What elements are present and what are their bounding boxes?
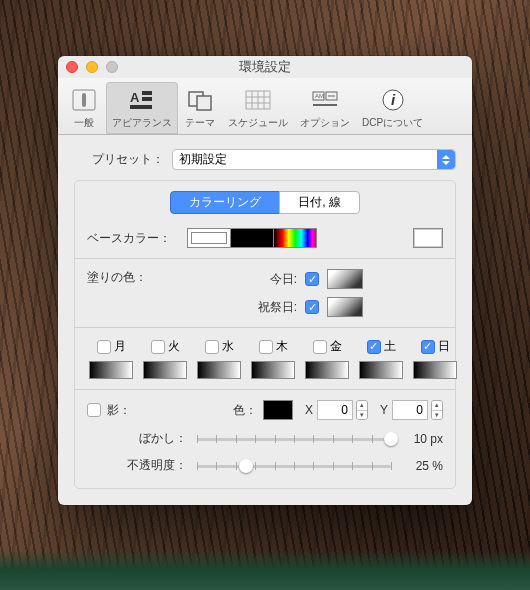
options-icon: AM: [309, 86, 341, 114]
preferences-window: 環境設定 一般 A アピアランス テーマ スケジュール: [58, 56, 472, 505]
toolbar-item-appearance[interactable]: A アピアランス: [106, 82, 178, 134]
thu-color-well[interactable]: [251, 361, 295, 379]
divider: [75, 389, 455, 390]
shadow-x-label: X: [305, 403, 313, 417]
svg-text:AM: AM: [315, 93, 324, 99]
divider: [75, 258, 455, 259]
base-color-black[interactable]: [230, 228, 274, 248]
shadow-label: 影：: [107, 402, 167, 419]
base-color-rainbow[interactable]: [273, 228, 317, 248]
sub-tabs: カラーリング 日付, 線: [87, 191, 443, 214]
today-checkbox[interactable]: [305, 272, 319, 286]
holiday-label: 祝祭日:: [247, 299, 297, 316]
opacity-label: 不透明度：: [87, 457, 187, 474]
sun-label: 日: [438, 338, 450, 355]
toolbar-label: テーマ: [185, 117, 215, 128]
thu-checkbox[interactable]: [259, 340, 273, 354]
opacity-thumb[interactable]: [239, 459, 253, 473]
svg-rect-5: [130, 105, 152, 109]
toolbar-item-options[interactable]: AM オプション: [294, 82, 356, 134]
weekday-row: 月 火 水 木 金 土 日: [87, 338, 443, 379]
toolbar-label: スケジュール: [228, 117, 288, 128]
minimize-button[interactable]: [86, 61, 98, 73]
preset-label: プリセット：: [74, 151, 164, 168]
svg-text:A: A: [130, 90, 140, 105]
toolbar-item-general[interactable]: 一般: [62, 82, 106, 134]
schedule-icon: [242, 86, 274, 114]
preset-select[interactable]: 初期設定: [172, 149, 456, 170]
sun-checkbox[interactable]: [421, 340, 435, 354]
wed-checkbox[interactable]: [205, 340, 219, 354]
base-color-well[interactable]: [413, 228, 443, 248]
select-arrows-icon: [437, 150, 455, 169]
svg-rect-1: [82, 93, 86, 107]
base-color-white[interactable]: [187, 228, 231, 248]
toolbar-label: アピアランス: [112, 117, 172, 128]
fri-color-well[interactable]: [305, 361, 349, 379]
blur-label: ぼかし：: [87, 430, 187, 447]
shadow-checkbox[interactable]: [87, 403, 101, 417]
info-icon: i: [377, 86, 409, 114]
toolbar-label: 一般: [74, 117, 94, 128]
mon-label: 月: [114, 338, 126, 355]
opacity-value: 25 %: [399, 459, 443, 473]
sat-label: 土: [384, 338, 396, 355]
fri-label: 金: [330, 338, 342, 355]
traffic-lights: [66, 61, 118, 73]
tue-color-well[interactable]: [143, 361, 187, 379]
sun-color-well[interactable]: [413, 361, 457, 379]
svg-rect-3: [142, 91, 152, 95]
wed-color-well[interactable]: [197, 361, 241, 379]
toolbar-item-theme[interactable]: テーマ: [178, 82, 222, 134]
toolbar-item-about[interactable]: i DCPについて: [356, 82, 429, 134]
toolbar-item-schedule[interactable]: スケジュール: [222, 82, 294, 134]
window-title: 環境設定: [58, 58, 472, 76]
svg-rect-4: [142, 97, 152, 101]
holiday-checkbox[interactable]: [305, 300, 319, 314]
shadow-y-field[interactable]: 0: [392, 400, 428, 420]
close-button[interactable]: [66, 61, 78, 73]
sat-color-well[interactable]: [359, 361, 403, 379]
tue-label: 火: [168, 338, 180, 355]
shadow-color-label: 色：: [233, 402, 257, 419]
general-icon: [68, 86, 100, 114]
toolbar-label: DCPについて: [362, 117, 423, 128]
mon-checkbox[interactable]: [97, 340, 111, 354]
zoom-button[interactable]: [106, 61, 118, 73]
preset-value: 初期設定: [179, 151, 227, 168]
blur-slider[interactable]: [197, 431, 391, 447]
toolbar-label: オプション: [300, 117, 350, 128]
shadow-y-label: Y: [380, 403, 388, 417]
base-color-label: ベースカラー：: [87, 230, 187, 247]
shadow-y-stepper[interactable]: ▴▾: [431, 400, 443, 420]
fill-label: 塗りの色：: [87, 269, 167, 317]
appearance-icon: A: [126, 86, 158, 114]
pane-body: プリセット： 初期設定 カラーリング 日付, 線 ベースカラー： 塗り: [58, 135, 472, 505]
holiday-color-well[interactable]: [327, 297, 363, 317]
shadow-x-field[interactable]: 0: [317, 400, 353, 420]
mon-color-well[interactable]: [89, 361, 133, 379]
shadow-color-well[interactable]: [263, 400, 293, 420]
titlebar: 環境設定: [58, 56, 472, 78]
sat-checkbox[interactable]: [367, 340, 381, 354]
thu-label: 木: [276, 338, 288, 355]
opacity-slider[interactable]: [197, 458, 391, 474]
fri-checkbox[interactable]: [313, 340, 327, 354]
blur-thumb[interactable]: [384, 432, 398, 446]
coloring-panel: カラーリング 日付, 線 ベースカラー： 塗りの色： 今日:: [74, 180, 456, 489]
blur-value: 10 px: [399, 432, 443, 446]
theme-icon: [184, 86, 216, 114]
today-color-well[interactable]: [327, 269, 363, 289]
svg-rect-7: [197, 96, 211, 110]
wed-label: 水: [222, 338, 234, 355]
shadow-x-stepper[interactable]: ▴▾: [356, 400, 368, 420]
divider: [75, 327, 455, 328]
tab-coloring[interactable]: カラーリング: [170, 191, 280, 214]
toolbar: 一般 A アピアランス テーマ スケジュール AM オプション: [58, 78, 472, 135]
tue-checkbox[interactable]: [151, 340, 165, 354]
tab-date-lines[interactable]: 日付, 線: [279, 191, 360, 214]
today-label: 今日:: [247, 271, 297, 288]
